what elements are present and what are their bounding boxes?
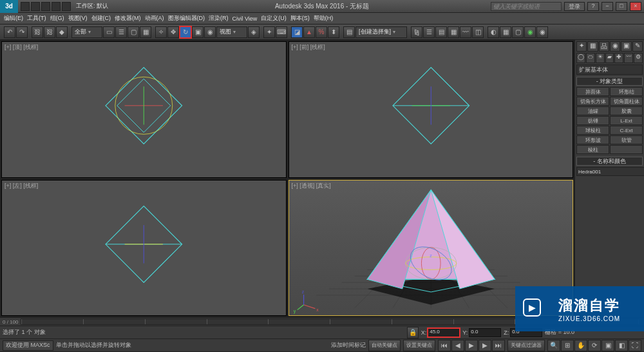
tab-display[interactable]: ▣ [621, 41, 631, 52]
cat-shapes-icon[interactable]: ⬭ [586, 53, 595, 63]
rendered-frame-button[interactable]: ▢ [512, 26, 524, 38]
help-icon[interactable]: ? [587, 2, 599, 11]
cat-helpers-icon[interactable]: ✚ [614, 53, 623, 63]
close-button[interactable]: × [630, 2, 641, 11]
select-name-button[interactable]: ☰ [115, 26, 127, 38]
minimize-button[interactable]: − [601, 2, 613, 11]
key-filters-button[interactable]: 关键点过滤器 [507, 340, 545, 351]
type-hose[interactable]: 软管 [610, 135, 643, 144]
zoom-ext-icon[interactable]: ▣ [601, 340, 614, 351]
login-button[interactable]: 登录 [564, 2, 585, 11]
play-button[interactable]: ▶ [465, 340, 478, 351]
menu-view[interactable]: 视图(V) [68, 14, 88, 23]
angle-snap-button[interactable]: ▲ [303, 26, 315, 38]
ref-coord-dropdown[interactable]: 视图 [216, 26, 247, 38]
move-button[interactable]: ✥ [167, 26, 179, 38]
type-torus-knot[interactable]: 环形结 [610, 87, 643, 96]
menu-graph[interactable]: 图形编辑器(D) [168, 14, 205, 23]
menu-civil[interactable]: Civil View [232, 15, 258, 22]
undo-icon[interactable] [52, 2, 61, 11]
zoom-icon[interactable]: 🔍 [547, 340, 560, 351]
help-search-input[interactable]: 键入关键字或短语 [491, 2, 562, 11]
edit-selection-sets-button[interactable]: ▤ [343, 26, 355, 38]
selection-set-dropdown[interactable]: [创建选择集] [355, 26, 407, 38]
viewport-front-label[interactable]: [+] [前] [线框] [292, 43, 325, 52]
cat-systems-icon[interactable]: ⚙ [634, 53, 643, 63]
menu-group[interactable]: 组(G) [50, 14, 64, 23]
pan-icon[interactable]: ✋ [574, 340, 587, 351]
cat-cameras-icon[interactable]: ▰ [605, 53, 614, 63]
rollout-object-type[interactable]: - 对象类型 [576, 77, 643, 86]
undo-button[interactable]: ↶ [4, 26, 15, 38]
manipulate-button[interactable]: ✦ [263, 26, 275, 38]
zoom-all-icon[interactable]: ⊞ [561, 340, 574, 351]
viewport-persp-label[interactable]: [+] [透视] [真实] [292, 182, 331, 190]
schematic-button[interactable]: ◫ [472, 26, 484, 38]
pivot-button[interactable]: ◈ [248, 26, 260, 38]
align-button[interactable]: ☰ [423, 26, 435, 38]
goto-end-button[interactable]: ⏭ [492, 340, 505, 351]
render-iterative-button[interactable]: ◉ [536, 26, 548, 38]
lock-icon[interactable]: 🔒 [407, 327, 419, 338]
select-object-button[interactable]: ✧ [155, 26, 167, 38]
viewport-top-label[interactable]: [+] [顶] [线框] [5, 43, 38, 52]
viewport-left[interactable]: [+] [左] [线框] [1, 180, 287, 317]
type-hedra[interactable]: 异面体 [576, 87, 609, 96]
viewport-front[interactable]: [+] [前] [线框] [289, 41, 574, 178]
rollout-name-color[interactable]: - 名称和颜色 [576, 157, 643, 166]
prev-frame-button[interactable]: ◀ [451, 340, 464, 351]
menu-tools[interactable]: 工具(T) [27, 14, 46, 23]
workspace-label[interactable]: 工作区: 默认 [76, 2, 108, 10]
type-chamferbox[interactable]: 切角长方体 [576, 97, 609, 106]
unlink-button[interactable]: ⛓ [44, 26, 55, 38]
type-gengon[interactable]: 球棱柱 [576, 126, 609, 135]
rotate-button[interactable]: ↻ [180, 26, 191, 38]
coord-y-input[interactable]: 0.0 [469, 328, 501, 337]
selection-filter-dropdown[interactable]: 全部 [71, 26, 102, 38]
menu-help[interactable]: 帮助(H) [314, 14, 334, 23]
type-capsule[interactable]: 胶囊 [610, 106, 643, 115]
coord-x-input[interactable]: 45.0 [428, 328, 460, 337]
window-crossing-button[interactable]: ▦ [140, 26, 151, 38]
viewport-top[interactable]: [+] [顶] [线框] [1, 41, 287, 178]
menu-script[interactable]: 脚本(S) [290, 14, 310, 23]
spinner-snap-button[interactable]: ⬍ [328, 26, 339, 38]
select-button[interactable]: ▭ [103, 26, 115, 38]
snap-toggle-button[interactable]: ◪ [291, 26, 303, 38]
open-icon[interactable] [31, 2, 40, 11]
tab-utilities[interactable]: ✎ [632, 41, 643, 52]
layers-button[interactable]: ▤ [435, 26, 447, 38]
viewport-left-label[interactable]: [+] [左] [线框] [5, 182, 38, 190]
placement-button[interactable]: ◉ [204, 26, 216, 38]
percent-snap-button[interactable]: % [316, 26, 327, 38]
tab-hierarchy[interactable]: 品 [599, 41, 609, 52]
auto-key-button[interactable]: 自动关键点 [368, 340, 401, 351]
cat-space-icon[interactable]: 〰 [624, 53, 633, 63]
link-button[interactable]: ⛓ [32, 26, 43, 38]
redo-icon[interactable] [62, 2, 71, 11]
menu-edit[interactable]: 编辑(E) [4, 14, 23, 23]
goto-start-button[interactable]: ⏮ [438, 340, 451, 351]
app-logo[interactable]: 3d [0, 0, 18, 13]
type-spindle[interactable]: 纺锤 [576, 116, 609, 125]
scale-button[interactable]: ▣ [192, 26, 204, 38]
maximize-button[interactable]: □ [616, 2, 627, 11]
menu-animation[interactable]: 动画(A) [145, 14, 164, 23]
type-prism[interactable]: 棱柱 [576, 145, 609, 154]
select-region-button[interactable]: ▢ [128, 26, 139, 38]
menu-modifiers[interactable]: 修改器(M) [115, 14, 141, 23]
keyboard-button[interactable]: ⌨ [276, 26, 287, 38]
tab-modify[interactable]: ▦ [587, 41, 598, 52]
add-time-tag[interactable]: 添加时间标记 [331, 341, 366, 349]
mirror-button[interactable]: ⧎ [411, 26, 422, 38]
create-subcategory-dropdown[interactable]: 扩展基本体 [576, 64, 643, 75]
cat-lights-icon[interactable]: ☀ [596, 53, 605, 63]
material-editor-button[interactable]: ◐ [488, 26, 499, 38]
tab-motion[interactable]: ◉ [610, 41, 620, 52]
type-chamfercyl[interactable]: 切角圆柱体 [610, 97, 643, 106]
redo-button[interactable]: ↷ [16, 26, 28, 38]
new-icon[interactable] [21, 2, 30, 11]
menu-create[interactable]: 创建(C) [91, 14, 111, 23]
type-lext[interactable]: L-Ext [610, 116, 643, 125]
max-toggle-icon[interactable]: ⛶ [629, 340, 641, 351]
